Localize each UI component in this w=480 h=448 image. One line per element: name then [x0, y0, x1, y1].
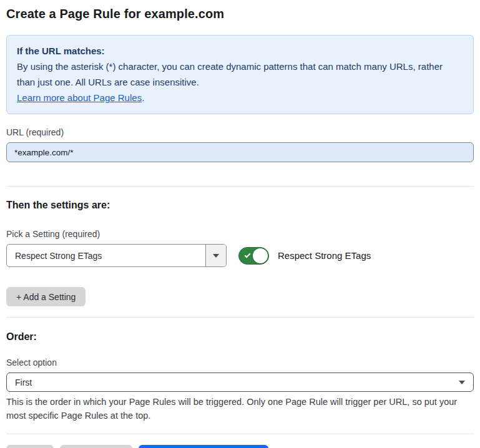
- learn-more-link[interactable]: Learn more about Page Rules: [17, 92, 142, 103]
- footer-divider: [6, 434, 474, 434]
- info-box-body: By using the asterisk (*) character, you…: [17, 59, 463, 90]
- setting-toggle[interactable]: [238, 247, 269, 265]
- section-divider: [6, 186, 474, 187]
- order-select-label: Select option: [6, 358, 474, 368]
- cancel-button[interactable]: Cancel: [6, 445, 54, 448]
- section-divider: [6, 317, 474, 318]
- add-setting-button[interactable]: + Add a Setting: [6, 287, 86, 306]
- setting-picker-label: Pick a Setting (required): [6, 229, 474, 239]
- url-match-info-box: If the URL matches: By using the asteris…: [6, 35, 474, 114]
- link-suffix: .: [142, 92, 144, 103]
- caret-down-icon: [459, 381, 465, 384]
- order-select[interactable]: First: [6, 373, 474, 392]
- action-buttons-row: Cancel Save as Draft Save and Deploy Pag…: [6, 445, 474, 448]
- url-input[interactable]: [6, 142, 474, 162]
- toggle-knob: [253, 248, 268, 263]
- order-select-value: First: [15, 377, 459, 387]
- order-help-text: This is the order in which your Page Rul…: [6, 395, 474, 422]
- setting-row: Respect Strong ETags Respect Strong ETag…: [6, 244, 474, 267]
- save-draft-button[interactable]: Save as Draft: [60, 445, 133, 448]
- check-icon: [245, 251, 251, 258]
- url-field-label: URL (required): [6, 127, 474, 137]
- info-box-link-line: Learn more about Page Rules.: [17, 90, 463, 105]
- settings-section-heading: Then the settings are:: [6, 200, 474, 211]
- setting-select-value: Respect Strong ETags: [7, 245, 205, 266]
- setting-toggle-label: Respect Strong ETags: [278, 250, 371, 261]
- setting-select[interactable]: Respect Strong ETags: [6, 244, 227, 267]
- dropdown-arrow-icon: [213, 254, 219, 258]
- page-title: Create a Page Rule for example.com: [6, 7, 474, 21]
- save-deploy-button[interactable]: Save and Deploy Page Rule: [139, 445, 268, 448]
- info-box-heading: If the URL matches:: [17, 43, 463, 59]
- setting-select-arrow-button[interactable]: [205, 245, 226, 266]
- order-section-heading: Order:: [6, 331, 474, 343]
